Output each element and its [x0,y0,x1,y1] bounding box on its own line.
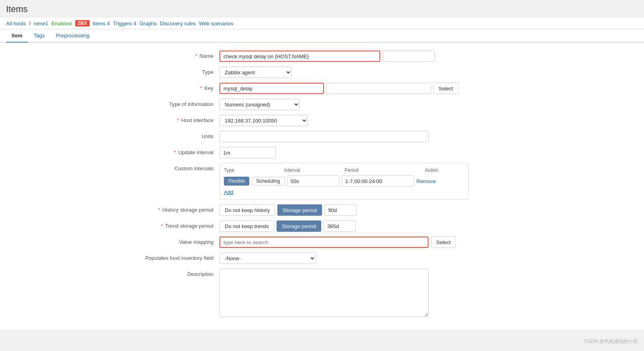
host-interface-label: * Host interface [131,115,219,123]
breadcrumb-separator: / [29,20,31,27]
main-content: * Name Type Zabbix agent * Key [0,43,644,330]
remove-link[interactable]: Remove [416,178,436,184]
type-of-info-wrap: Numeric (unsigned) [219,99,513,110]
trend-wrap: Do not keep trends Storage period [219,220,513,232]
trend-row: * Trend storage period Do not keep trend… [131,220,513,232]
col-action-header: Action [425,167,457,173]
tab-tags[interactable]: Tags [28,29,50,43]
all-hosts-link[interactable]: All hosts [6,20,26,27]
value-mapping-input[interactable] [219,237,429,248]
units-row: Units [131,131,513,142]
period-input[interactable] [342,176,414,187]
page-title: Items [0,0,644,18]
tab-preprocessing[interactable]: Preprocessing [50,29,95,43]
units-label: Units [131,131,219,139]
description-label: Description [131,269,219,277]
key-input[interactable] [219,83,324,94]
graphs-nav-link[interactable]: Graphs [139,20,157,27]
trend-required: * [161,223,163,229]
custom-intervals-row: Custom intervals Type Interval Period Ac… [131,163,513,200]
do-not-keep-history-button[interactable]: Do not keep history [219,204,275,216]
add-link[interactable]: Add [224,189,233,195]
triggers-nav-link[interactable]: Triggers 4 [113,20,136,27]
key-required: * [200,85,202,91]
custom-intervals-label: Custom intervals [131,163,219,171]
type-select[interactable]: Zabbix agent [219,67,292,78]
tab-item[interactable]: Item [6,29,28,43]
type-wrap: Zabbix agent [219,67,513,78]
items-nav-link[interactable]: Items 4 [93,20,110,27]
interval-input[interactable] [287,176,339,187]
type-label: Type [131,67,219,75]
name-extra-input[interactable] [383,51,435,62]
add-link-wrap: Add [224,189,464,195]
key-label: * Key [131,83,219,91]
description-textarea[interactable] [219,269,429,317]
trend-value-input[interactable] [324,220,356,232]
type-of-info-row: Type of information Numeric (unsigned) [131,99,513,110]
enabled-badge: Enabled [51,20,72,27]
tab-bar: Item Tags Preprocessing [0,29,644,43]
history-label: * History storage period [131,204,219,213]
key-wrap: Select [219,83,513,94]
history-value-input[interactable] [324,204,357,216]
units-input[interactable] [219,131,429,142]
host-interface-select[interactable]: 192.168.37.100:10050 [219,115,308,126]
update-interval-row: * Update interval [131,147,513,158]
populates-label: Populates host inventory field [131,253,219,261]
col-period-header: Period [345,167,425,173]
do-not-keep-trends-button[interactable]: Do not keep trends [219,220,274,232]
name-row: * Name [131,51,513,62]
history-row: * History storage period Do not keep his… [131,204,513,216]
populates-row: Populates host inventory field -None- [131,253,513,264]
value-mapping-wrap: Select [219,237,513,248]
name-required: * [195,53,197,59]
description-row: Description [131,269,513,317]
custom-intervals-box: Type Interval Period Action Flexible Sch… [219,163,469,200]
value-mapping-select-button[interactable]: Select [431,237,456,248]
custom-intervals-wrap: Type Interval Period Action Flexible Sch… [219,163,513,200]
history-storage-period-button[interactable]: Storage period [277,204,322,216]
type-of-info-select[interactable]: Numeric (unsigned) [219,99,300,110]
trend-storage-period-button[interactable]: Storage period [277,220,321,232]
value-mapping-label: Value mapping [131,237,219,245]
name-input[interactable] [219,51,380,62]
type-of-info-label: Type of information [131,99,219,107]
intervals-header: Type Interval Period Action [224,167,464,173]
host-interface-row: * Host interface 192.168.37.100:10050 [131,115,513,126]
history-buttons: Do not keep history Storage period [219,204,357,216]
populates-select[interactable]: -None- [219,253,316,264]
units-wrap [219,131,513,142]
col-interval-header: Interval [284,167,345,173]
host-interface-required: * [177,117,179,123]
host-link[interactable]: nene1 [34,20,48,27]
history-required: * [158,207,160,213]
key-input2[interactable] [326,83,431,94]
type-row: Type Zabbix agent [131,67,513,78]
description-wrap [219,269,513,317]
name-wrap [219,51,513,62]
update-interval-input[interactable] [219,147,276,158]
update-interval-label: * Update interval [131,147,219,155]
update-interval-required: * [174,149,176,155]
web-scenarios-nav-link[interactable]: Web scenarios [199,20,234,27]
update-interval-wrap [219,147,513,158]
col-type-header: Type [224,167,284,173]
scheduling-button[interactable]: Scheduling [252,177,284,186]
populates-wrap: -None- [219,253,513,264]
discovery-rules-nav-link[interactable]: Discovery rules [160,20,196,27]
flexible-button[interactable]: Flexible [224,177,249,186]
key-row: * Key Select [131,83,513,94]
form-table: * Name Type Zabbix agent * Key [131,51,513,317]
history-wrap: Do not keep history Storage period [219,204,513,216]
value-mapping-row: Value mapping Select [131,237,513,248]
zbx-badge: ZBX [75,20,90,27]
interval-row: Flexible Scheduling Remove [224,176,464,187]
trend-label: * Trend storage period [131,220,219,229]
trend-buttons: Do not keep trends Storage period [219,220,356,232]
name-label: * Name [131,51,219,59]
host-bar: All hosts / nene1 Enabled ZBX Items 4 Tr… [0,18,644,29]
key-select-button[interactable]: Select [433,83,458,94]
host-interface-wrap: 192.168.37.100:10050 [219,115,513,126]
